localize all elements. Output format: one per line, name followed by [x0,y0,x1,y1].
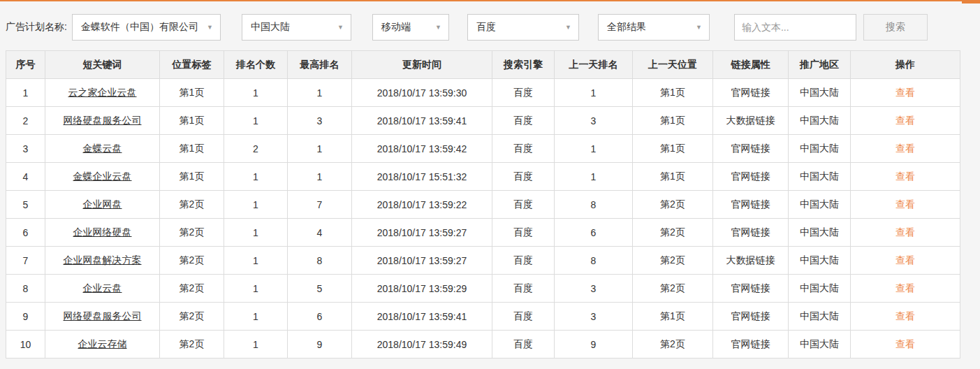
view-link[interactable]: 查看 [895,198,915,210]
table-row: 4金蝶企业云盘第1页112018/10/17 15:51:32百度1第1页官网链… [6,163,960,191]
cell-best_rank: 6 [288,303,352,331]
cell-prev_position: 第2页 [633,331,713,359]
keyword-link[interactable]: 企业云存储 [78,338,127,349]
view-link[interactable]: 查看 [895,143,915,154]
keyword-link[interactable]: 企业云盘 [83,282,122,294]
cell-action: 查看 [851,191,960,219]
search-button[interactable]: 搜索 [863,14,928,41]
column-header-keyword: 短关键词 [45,51,160,79]
cell-prev_position: 第2页 [633,247,713,275]
cell-no: 2 [6,107,45,135]
cell-position: 第1页 [160,79,224,107]
device-select[interactable]: 移动端 ▼ [372,14,449,41]
table-row: 6企业网络硬盘第2页142018/10/17 13:59:27百度6第2页官网链… [6,219,960,247]
search-input[interactable] [734,14,856,41]
cell-action: 查看 [851,247,960,275]
cell-action: 查看 [851,107,960,135]
cell-prev_rank: 3 [555,275,633,303]
table-body: 1云之家企业云盘第1页112018/10/17 13:59:30百度1第1页官网… [6,79,960,359]
cell-engine: 百度 [492,331,555,359]
column-header-region: 推广地区 [789,51,851,79]
cell-prev_position: 第1页 [633,163,713,191]
keyword-link[interactable]: 网络硬盘服务公司 [64,115,142,126]
keyword-link[interactable]: 金蝶云盘 [83,143,122,154]
cell-position: 第1页 [160,163,224,191]
cell-engine: 百度 [492,191,555,219]
cell-updated: 2018/10/17 13:59:22 [352,191,492,219]
cell-engine: 百度 [492,219,555,247]
result-scope-select[interactable]: 全部结果 ▼ [598,14,710,41]
keyword-link[interactable]: 企业网盘解决方案 [64,254,142,266]
ad-plan-select[interactable]: 金蝶软件（中国）有限公司 ▼ [72,14,221,41]
cell-link_type: 官网链接 [713,303,789,331]
cell-no: 5 [6,191,45,219]
cell-no: 1 [6,79,45,107]
cell-keyword: 网络硬盘服务公司 [45,303,160,331]
scrollbar-thumb[interactable] [962,0,980,3]
cell-region: 中国大陆 [789,331,851,359]
column-header-rank_count: 排名个数 [224,51,288,79]
cell-keyword: 企业网络硬盘 [45,219,160,247]
cell-no: 3 [6,135,45,163]
cell-link_type: 官网链接 [713,275,789,303]
keyword-link[interactable]: 金蝶企业云盘 [73,171,132,182]
view-link[interactable]: 查看 [895,115,915,126]
chevron-down-icon: ▼ [696,24,702,31]
cell-region: 中国大陆 [789,79,851,107]
cell-prev_rank: 6 [555,219,633,247]
cell-prev_rank: 1 [555,163,633,191]
cell-keyword: 网络硬盘服务公司 [45,107,160,135]
cell-engine: 百度 [492,163,555,191]
cell-prev_position: 第1页 [633,135,713,163]
table-header-row: 序号短关键词位置标签排名个数最高排名更新时间搜索引擎上一天排名上一天位置链接属性… [6,51,960,79]
chevron-down-icon: ▼ [337,24,344,31]
view-link[interactable]: 查看 [895,254,915,266]
cell-link_type: 官网链接 [713,331,789,359]
cell-keyword: 企业云存储 [45,331,160,359]
cell-prev_rank: 3 [555,107,633,135]
view-link[interactable]: 查看 [895,282,915,294]
view-link[interactable]: 查看 [895,226,915,238]
cell-position: 第2页 [160,247,224,275]
view-link[interactable]: 查看 [895,310,915,321]
column-header-prev_rank: 上一天排名 [555,51,633,79]
cell-best_rank: 8 [288,247,352,275]
cell-position: 第2页 [160,191,224,219]
region-select[interactable]: 中国大陆 ▼ [242,14,351,41]
cell-best_rank: 1 [288,79,352,107]
column-header-prev_position: 上一天位置 [633,51,713,79]
cell-prev_position: 第2页 [633,191,713,219]
cell-updated: 2018/10/17 13:59:42 [352,135,492,163]
keyword-link[interactable]: 企业网络硬盘 [73,226,132,238]
cell-link_type: 官网链接 [713,135,789,163]
cell-rank_count: 1 [224,191,288,219]
keyword-ranking-table: 序号短关键词位置标签排名个数最高排名更新时间搜索引擎上一天排名上一天位置链接属性… [6,50,960,359]
view-link[interactable]: 查看 [895,87,915,98]
cell-engine: 百度 [492,107,555,135]
chevron-down-icon: ▼ [565,24,571,31]
cell-prev_rank: 9 [555,331,633,359]
cell-rank_count: 1 [224,275,288,303]
cell-link_type: 大数据链接 [713,107,789,135]
cell-best_rank: 4 [288,219,352,247]
cell-best_rank: 5 [288,275,352,303]
column-header-updated: 更新时间 [352,51,492,79]
table-row: 5企业网盘第2页172018/10/17 13:59:22百度8第2页官网链接中… [6,191,960,219]
cell-engine: 百度 [492,303,555,331]
table-row: 1云之家企业云盘第1页112018/10/17 13:59:30百度1第1页官网… [6,79,960,107]
cell-action: 查看 [851,135,960,163]
view-link[interactable]: 查看 [895,338,915,349]
cell-no: 9 [6,303,45,331]
chevron-down-icon: ▼ [207,24,213,31]
keyword-link[interactable]: 云之家企业云盘 [68,87,137,98]
cell-prev_rank: 8 [555,191,633,219]
cell-prev_position: 第1页 [633,79,713,107]
view-link[interactable]: 查看 [895,171,915,182]
cell-rank_count: 1 [224,219,288,247]
cell-link_type: 官网链接 [713,191,789,219]
engine-select[interactable]: 百度 ▼ [467,14,579,41]
cell-rank_count: 1 [224,247,288,275]
result-scope-select-value: 全部结果 [607,21,646,34]
keyword-link[interactable]: 企业网盘 [83,198,122,210]
keyword-link[interactable]: 网络硬盘服务公司 [64,310,142,321]
